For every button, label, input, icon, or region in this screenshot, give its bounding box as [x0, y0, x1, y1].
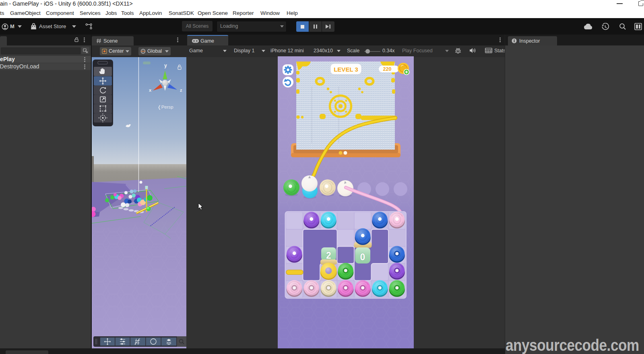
svg-text:x: x [149, 88, 152, 93]
svg-text:z: z [180, 88, 182, 93]
svg-text:LEVEL 3: LEVEL 3 [334, 66, 358, 73]
svg-text:220: 220 [383, 66, 392, 72]
svg-text:0: 0 [360, 252, 365, 262]
svg-text:2: 2 [326, 250, 331, 261]
svg-text:y: y [164, 63, 167, 68]
svg-text:❬Persp: ❬Persp [157, 105, 173, 110]
